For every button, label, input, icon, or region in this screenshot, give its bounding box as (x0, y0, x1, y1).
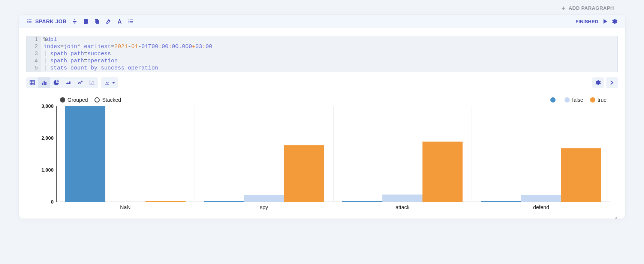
job-icon (26, 18, 32, 24)
svg-point-11 (129, 21, 130, 22)
svg-rect-6 (27, 23, 28, 23)
svg-rect-15 (30, 80, 34, 85)
svg-rect-4 (27, 21, 28, 22)
chevron-down-icon (112, 82, 115, 84)
font-icon[interactable] (117, 18, 123, 24)
svg-rect-7 (28, 23, 31, 23)
chart-legend: falsetrue (550, 97, 607, 103)
mode-stacked[interactable]: Stacked (94, 97, 121, 103)
pie-chart-button[interactable] (50, 77, 62, 88)
chart-plot: 01,0002,0003,000 NaNspyattackdefend (56, 106, 610, 211)
table-icon (29, 80, 35, 86)
svg-rect-22 (45, 82, 46, 85)
chart-bar[interactable] (382, 195, 422, 202)
y-tick: 3,000 (30, 103, 54, 109)
legend-item[interactable] (550, 97, 558, 103)
area-chart-button[interactable] (62, 77, 74, 88)
download-icon (104, 80, 110, 86)
legend-item[interactable]: true (590, 97, 607, 103)
viz-toolbar (26, 72, 618, 89)
legend-swatch (550, 97, 556, 103)
add-paragraph-button[interactable]: ADD PARAGRAPH (561, 5, 614, 11)
paragraph-title: SPARK JOB (26, 18, 66, 24)
y-tick: 1,000 (30, 167, 54, 173)
x-tick: defend (472, 204, 610, 210)
line-chart-icon (77, 80, 83, 86)
svg-rect-21 (44, 81, 45, 85)
x-tick: attack (334, 204, 472, 210)
legend-label: true (598, 97, 607, 103)
x-tick: spy (195, 204, 333, 210)
svg-rect-5 (28, 21, 31, 22)
bar-chart-button[interactable] (38, 77, 50, 88)
svg-point-28 (93, 81, 94, 81)
svg-rect-3 (28, 20, 31, 20)
chart-group: defend (472, 106, 610, 202)
chart-bar[interactable] (244, 195, 284, 202)
table-view-button[interactable] (26, 77, 38, 88)
chart-bar[interactable] (422, 142, 463, 202)
paragraph-titlebar: SPARK JOB FINISHED (19, 15, 625, 28)
chart-group: NaN (56, 106, 195, 202)
x-tick: NaN (56, 204, 195, 210)
chart-bar[interactable] (204, 201, 244, 202)
svg-rect-10 (130, 20, 133, 20)
svg-point-27 (93, 83, 94, 83)
mode-grouped-label: Grouped (67, 97, 88, 103)
copy-icon[interactable] (94, 18, 100, 24)
line-gutter: 12345 (27, 36, 41, 72)
mode-stacked-label: Stacked (102, 97, 121, 103)
chart-bar[interactable] (145, 201, 186, 202)
chart-bar[interactable] (65, 106, 105, 202)
chart-bar[interactable] (561, 148, 601, 202)
chart-bar[interactable] (342, 201, 382, 202)
y-tick: 0 (30, 199, 54, 205)
line-chart-button[interactable] (74, 77, 86, 88)
legend-swatch (565, 97, 570, 103)
plus-icon (561, 6, 566, 11)
collapse-icon[interactable] (72, 18, 78, 24)
svg-rect-8 (96, 20, 99, 24)
erase-icon[interactable] (105, 18, 111, 24)
download-button[interactable] (101, 77, 118, 88)
gear-icon[interactable] (612, 18, 618, 24)
code-lines[interactable]: %dplindex=join* earliest=2021-01-01T00:0… (41, 36, 617, 72)
legend-label: false (572, 97, 583, 103)
scatter-chart-button[interactable] (86, 77, 98, 88)
radio-empty-icon (94, 97, 100, 103)
chart-bar[interactable] (521, 195, 561, 202)
svg-rect-14 (130, 23, 133, 23)
code-editor[interactable]: 12345 %dplindex=join* earliest=2021-01-0… (26, 36, 618, 72)
paragraph-title-text: SPARK JOB (35, 18, 66, 24)
list-icon[interactable] (128, 18, 134, 24)
legend-swatch (590, 97, 595, 103)
chart-area: Grouped Stacked falsetrue 01,0002,0003,0… (26, 89, 618, 211)
scatter-chart-icon (89, 80, 95, 86)
radio-filled-icon (60, 97, 65, 103)
mode-grouped[interactable]: Grouped (60, 97, 88, 103)
expand-button[interactable] (606, 77, 618, 88)
svg-point-26 (92, 81, 93, 82)
bar-chart-icon (41, 80, 47, 86)
resize-handle[interactable] (613, 216, 617, 219)
add-paragraph-label: ADD PARAGRAPH (569, 5, 614, 11)
viz-settings-button[interactable] (592, 77, 604, 88)
status-label: FINISHED (575, 19, 598, 24)
pie-chart-icon (53, 80, 59, 86)
chart-bar[interactable] (481, 201, 521, 202)
gear-icon (595, 80, 601, 86)
book-icon[interactable] (83, 18, 89, 24)
svg-point-25 (91, 83, 91, 84)
notebook-paragraph: SPARK JOB FINISHED 1234 (19, 15, 625, 219)
y-tick: 2,000 (30, 135, 54, 141)
legend-item[interactable]: false (565, 97, 583, 103)
svg-rect-2 (27, 20, 28, 20)
chart-bar[interactable] (284, 145, 324, 202)
svg-rect-12 (130, 21, 133, 22)
chart-mode-toggle: Grouped Stacked (60, 97, 121, 103)
chart-group: attack (334, 106, 472, 202)
chevron-right-icon (609, 80, 615, 86)
svg-point-9 (129, 20, 130, 21)
area-chart-icon (65, 80, 71, 86)
run-icon[interactable] (602, 18, 608, 24)
